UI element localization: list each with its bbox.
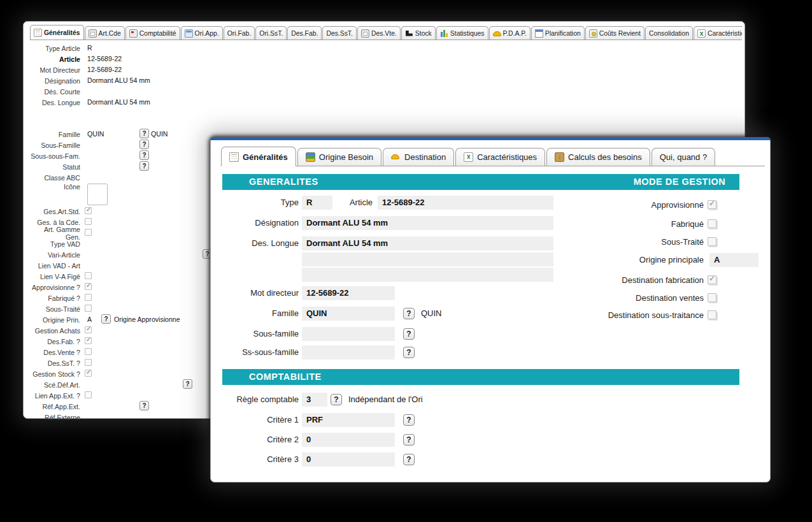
- excel-icon: [464, 152, 473, 162]
- checkbox-destination-ventes[interactable]: [708, 293, 716, 302]
- field-label: Fabriqué ?: [29, 294, 80, 302]
- help-button-famille[interactable]: ?: [139, 129, 149, 138]
- help-button-sous-sous-fam[interactable]: ?: [139, 150, 149, 160]
- field-content: [80, 86, 739, 97]
- tab-caractéristiques[interactable]: Caractéristiques: [455, 148, 545, 166]
- tab-généralités[interactable]: Généralités: [221, 147, 296, 166]
- field-label: Vari-Article: [29, 251, 80, 259]
- checkbox-des-fab[interactable]: [85, 337, 92, 344]
- tab-label: Consolidation: [649, 30, 689, 37]
- checkbox-gestion-stock[interactable]: [85, 370, 92, 377]
- origine-principale-field[interactable]: A: [709, 253, 759, 267]
- critere-1-field[interactable]: PRF: [302, 413, 395, 427]
- section-header-generalites: GENERALITES MODE DE GESTION: [222, 174, 739, 190]
- field-label: Réf.Externe: [29, 414, 80, 421]
- checkbox-destination-fabrication[interactable]: [708, 275, 716, 284]
- checkbox-destination-sous-traitance[interactable]: [708, 310, 716, 319]
- tab-des-fab[interactable]: Des.Fab.: [287, 26, 322, 40]
- field-value: QUIN: [87, 129, 104, 139]
- tab-ori-fab[interactable]: Ori.Fab.: [224, 26, 255, 40]
- critere-1-help-button[interactable]: ?: [403, 414, 415, 426]
- tab-label: Ori.Fab.: [227, 30, 252, 37]
- help-button-scé-déf-art[interactable]: ?: [183, 379, 192, 389]
- field-content: 12-5689-22: [80, 54, 739, 64]
- tab-p-d-a-p[interactable]: P.D.A.P.: [489, 26, 531, 40]
- checkbox-sous-traité[interactable]: [85, 305, 92, 312]
- field-label: Mot Directeur: [29, 66, 80, 74]
- tab-qui-quand[interactable]: Qui, quand ?: [652, 148, 715, 166]
- checkbox-sous-traité[interactable]: [708, 237, 716, 246]
- layers-icon: [306, 152, 315, 162]
- checkbox-approvisionné[interactable]: [708, 200, 716, 209]
- icone-box[interactable]: [87, 184, 108, 205]
- window-icon: [185, 29, 193, 38]
- tab-label: Statistiques: [450, 30, 485, 37]
- tab-label: Destination: [404, 152, 446, 162]
- tab-ori-app[interactable]: Ori.App.: [181, 26, 223, 40]
- ss-sous-famille-help-button[interactable]: ?: [403, 347, 415, 358]
- tab-stock[interactable]: Stock: [401, 26, 436, 40]
- help-button-réf-app-ext[interactable]: ?: [139, 401, 149, 410]
- field-label: Sous-sous-Fam.: [29, 152, 80, 160]
- tab-des-sst[interactable]: Des.SsT.: [322, 26, 357, 40]
- field-label: Des. Longue: [29, 99, 80, 106]
- field-value: Dormant ALU 54 mm: [87, 98, 150, 107]
- regle-comptable-field[interactable]: 3: [302, 393, 327, 407]
- tab-destination[interactable]: Destination: [383, 148, 454, 166]
- regle-comptable-help-button[interactable]: ?: [331, 394, 342, 405]
- tab-label: Généralités: [243, 152, 288, 162]
- checkbox-ges-art-std[interactable]: [85, 207, 92, 214]
- tab-label: Des.Vte.: [371, 30, 397, 37]
- critere-1-row: Critère 1 PRF ?: [222, 413, 739, 427]
- mode-row-destination-sous-traitance: Destination sous-traitance: [222, 308, 759, 323]
- handtruck-icon: [405, 29, 413, 38]
- field-label: Lien App.Ext. ?: [29, 392, 80, 400]
- printer-icon: [89, 29, 97, 38]
- tab-des-vte[interactable]: Des.Vte.: [357, 26, 401, 40]
- tab-coûts-revient[interactable]: Coûts Revient: [585, 26, 645, 40]
- checkbox-approvisionne[interactable]: [85, 283, 92, 290]
- tab-label: Art.Cde: [99, 30, 121, 37]
- tab-planification[interactable]: Planification: [531, 26, 585, 40]
- field-label: Type VAD: [29, 240, 80, 248]
- tab-calculs-des-besoins[interactable]: Calculs des besoins: [546, 148, 650, 166]
- section-header-comptabilite: COMPTABILITE: [222, 369, 739, 385]
- tab-statistiques[interactable]: Statistiques: [436, 26, 488, 40]
- help-button-sous-famille[interactable]: ?: [139, 140, 149, 149]
- checkbox-lien-v-a-figé[interactable]: [85, 272, 92, 279]
- critere-3-help-button[interactable]: ?: [403, 454, 415, 465]
- excel-icon: [697, 29, 706, 38]
- checkbox-fabriqué[interactable]: [708, 219, 716, 228]
- field-label: Lien VAD - Art: [29, 262, 80, 270]
- tab-ori-sst[interactable]: Ori.SsT.: [255, 26, 287, 40]
- help-button-origine-prin[interactable]: ?: [101, 314, 111, 324]
- barchart-icon: [440, 29, 448, 38]
- sous-famille-field[interactable]: [302, 327, 395, 341]
- checkbox-lien-app-ext[interactable]: [85, 391, 92, 398]
- tab-origine-besoin[interactable]: Origine Besoin: [297, 148, 381, 166]
- tab-label: Stock: [415, 30, 432, 37]
- tab-caractéristiques[interactable]: Caractéristiques: [694, 26, 742, 40]
- mode-row-label: Destination ventes: [413, 291, 704, 305]
- ss-sous-famille-field[interactable]: [302, 345, 395, 359]
- checkbox-ges-à-la-cde[interactable]: [85, 218, 92, 225]
- critere-2-field[interactable]: 0: [302, 433, 395, 447]
- tab-généralités[interactable]: Généralités: [30, 25, 84, 40]
- help-button-statut[interactable]: ?: [139, 161, 149, 171]
- ss-sous-famille-row: Ss-sous-famille ?: [222, 345, 739, 359]
- sous-famille-help-button[interactable]: ?: [403, 328, 415, 340]
- tab-comptabilité[interactable]: Comptabilité: [125, 26, 180, 40]
- critere-3-field[interactable]: 0: [302, 453, 395, 467]
- checkbox-des-sst[interactable]: [85, 359, 92, 366]
- mode-row-approvisionné: Approvisionné: [222, 198, 759, 212]
- critere-2-help-button[interactable]: ?: [403, 434, 415, 446]
- tab-consolidation[interactable]: Consolidation: [645, 26, 693, 40]
- section-title-comptabilite: COMPTABILITE: [249, 369, 322, 385]
- critere-2-row: Critère 2 0 ?: [222, 433, 739, 447]
- checkbox-art-gamme-gen[interactable]: [85, 229, 92, 236]
- checkbox-des-vente[interactable]: [85, 348, 92, 355]
- tab-art-cde[interactable]: Art.Cde: [85, 26, 125, 40]
- checkbox-gestion-achats[interactable]: [85, 326, 92, 333]
- checkbox-fabriqué[interactable]: [85, 294, 92, 301]
- field-label: Sous-Traité: [29, 305, 80, 313]
